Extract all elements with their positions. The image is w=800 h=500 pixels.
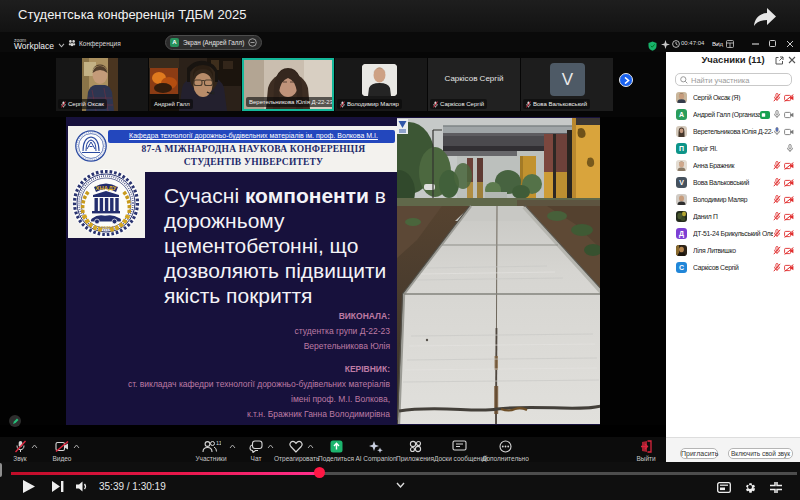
svg-text:✦1930✦: ✦1930✦: [97, 225, 114, 230]
svg-text:11: 11: [216, 440, 221, 446]
svg-text:ХНАДУ: ХНАДУ: [96, 185, 117, 191]
